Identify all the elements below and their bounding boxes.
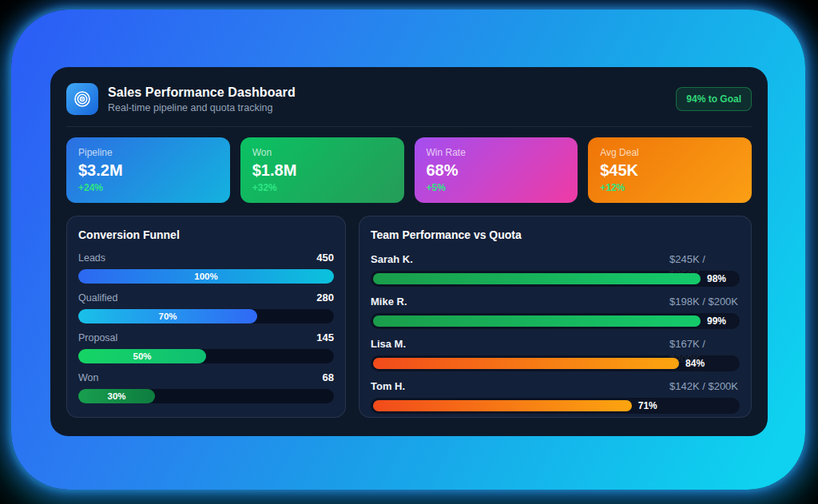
team-member-name: Tom H. bbox=[371, 379, 405, 394]
stat-value: $45K bbox=[600, 161, 740, 180]
funnel-stage-labels: Leads 450 bbox=[78, 252, 334, 264]
panel-title: Team Performance vs Quota bbox=[371, 228, 740, 241]
stat-label: Pipeline bbox=[78, 147, 218, 158]
funnel-stage-labels: Proposal 145 bbox=[78, 331, 334, 343]
stat-label: Avg Deal bbox=[600, 147, 740, 158]
panels-row: Conversion Funnel Leads 450 100% Qualifi… bbox=[66, 216, 752, 418]
funnel-stage-name: Proposal bbox=[78, 332, 117, 343]
stat-label: Win Rate bbox=[427, 147, 566, 158]
quota-bar-fill bbox=[373, 315, 701, 327]
funnel-bar-track: 30% bbox=[78, 389, 334, 403]
funnel-stage-name: Won bbox=[78, 372, 98, 383]
team-member-name: Mike R. bbox=[371, 295, 407, 309]
funnel-stage-labels: Won 68 bbox=[78, 371, 334, 383]
team-member-name: Lisa M. bbox=[371, 337, 406, 351]
stat-label: Won bbox=[252, 147, 392, 158]
quota-bar-track: 99% bbox=[371, 313, 740, 329]
funnel-stage-labels: Qualified 280 bbox=[78, 292, 334, 304]
stat-value: $3.2M bbox=[78, 161, 218, 180]
stat-value: 68% bbox=[427, 161, 566, 180]
stat-cards-row: Pipeline $3.2M +24% Won $1.8M +32% Win R… bbox=[66, 137, 752, 203]
team-row-lisa: Lisa M. $167K / $200K 84% bbox=[371, 336, 740, 371]
stat-change: +12% bbox=[600, 182, 740, 193]
funnel-stage-qualified: Qualified 280 70% bbox=[78, 292, 334, 323]
funnel-stage-name: Leads bbox=[78, 252, 105, 264]
target-bullseye-icon bbox=[73, 89, 92, 109]
quota-percent: 99% bbox=[707, 315, 726, 327]
stat-change: +24% bbox=[78, 182, 218, 193]
stat-card-won: Won $1.8M +32% bbox=[240, 137, 404, 203]
quota-bar-track: 84% bbox=[371, 355, 740, 371]
funnel-stage-count: 450 bbox=[316, 252, 334, 264]
team-row-sarah: Sarah K. $245K / $250K 98% bbox=[371, 252, 740, 287]
funnel-bar-fill: 100% bbox=[78, 269, 334, 284]
stat-card-win-rate: Win Rate 68% +5% bbox=[415, 137, 578, 203]
funnel-stage-proposal: Proposal 145 50% bbox=[78, 331, 334, 363]
funnel-stage-count: 68 bbox=[323, 371, 334, 383]
funnel-stage-name: Qualified bbox=[78, 292, 117, 304]
stat-change: +5% bbox=[427, 182, 566, 193]
funnel-bar-fill: 30% bbox=[78, 389, 155, 403]
quota-bar-fill bbox=[373, 400, 632, 411]
funnel-stage-won: Won 68 30% bbox=[78, 371, 334, 403]
team-member-quota: $142K / $200K bbox=[669, 379, 740, 394]
stat-card-avg-deal: Avg Deal $45K +12% bbox=[588, 137, 752, 203]
header-title-block: Sales Performance Dashboard Real-time pi… bbox=[108, 85, 296, 113]
page-title: Sales Performance Dashboard bbox=[108, 85, 296, 100]
funnel-stage-leads: Leads 450 100% bbox=[78, 252, 334, 284]
funnel-stage-count: 145 bbox=[316, 331, 334, 343]
app-icon bbox=[66, 83, 98, 115]
quota-bar-fill bbox=[373, 273, 701, 284]
conversion-funnel-panel: Conversion Funnel Leads 450 100% Qualifi… bbox=[66, 216, 346, 418]
funnel-bar-track: 50% bbox=[78, 349, 334, 363]
funnel-bar-fill: 70% bbox=[78, 309, 257, 323]
team-row-tom: Tom H. $142K / $200K 71% bbox=[371, 379, 740, 414]
team-member-name: Sarah K. bbox=[371, 252, 413, 267]
quota-bar-track: 98% bbox=[371, 271, 740, 287]
quota-percent: 98% bbox=[707, 273, 726, 284]
stat-value: $1.8M bbox=[252, 161, 392, 180]
stat-change: +32% bbox=[252, 182, 392, 193]
quota-percent: 84% bbox=[685, 358, 705, 369]
quota-percent: 71% bbox=[638, 400, 657, 411]
panel-title: Conversion Funnel bbox=[78, 228, 334, 241]
team-performance-panel: Team Performance vs Quota Sarah K. $245K… bbox=[359, 216, 752, 418]
stat-card-pipeline: Pipeline $3.2M +24% bbox=[66, 137, 230, 203]
funnel-bar-fill: 50% bbox=[78, 349, 206, 363]
goal-progress-badge: 94% to Goal bbox=[676, 87, 752, 111]
funnel-bar-track: 100% bbox=[78, 269, 334, 284]
dashboard-window: Sales Performance Dashboard Real-time pi… bbox=[50, 67, 768, 436]
page-subtitle: Real-time pipeline and quota tracking bbox=[108, 102, 296, 113]
quota-bar-track: 71% bbox=[371, 398, 740, 414]
dashboard-header: Sales Performance Dashboard Real-time pi… bbox=[66, 83, 752, 127]
funnel-stage-count: 280 bbox=[316, 292, 334, 304]
team-row-mike: Mike R. $198K / $200K 99% bbox=[371, 294, 740, 329]
team-member-quota: $198K / $200K bbox=[669, 294, 740, 309]
funnel-bar-track: 70% bbox=[78, 309, 334, 323]
quota-bar-fill bbox=[373, 358, 679, 369]
